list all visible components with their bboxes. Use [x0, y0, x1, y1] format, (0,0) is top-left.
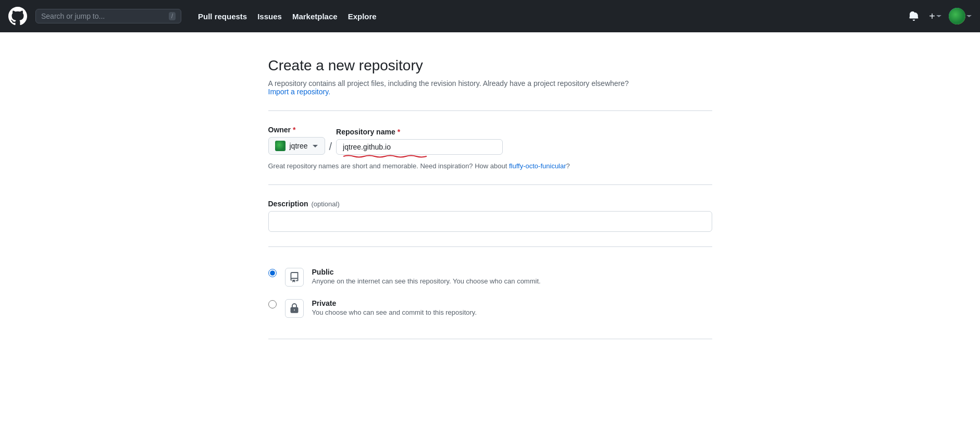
owner-label: Owner * [268, 126, 325, 134]
nav-links: Pull requests Issues Marketplace Explore [194, 9, 381, 24]
owner-repo-group: Owner * jqtree / Repository name * [268, 126, 712, 170]
repo-name-wrapper [336, 139, 503, 155]
visibility-section: Public Anyone on the internet can see th… [268, 262, 712, 324]
private-radio-col [268, 299, 277, 310]
notifications-button[interactable] [906, 8, 922, 24]
divider-3 [268, 246, 712, 247]
owner-dropdown-button[interactable]: jqtree [268, 137, 325, 155]
main-content: Create a new repository A repository con… [256, 32, 725, 395]
search-kbd-shortcut: / [169, 12, 176, 20]
owner-chevron-icon [312, 143, 318, 149]
search-placeholder-text: Search or jump to... [41, 12, 105, 20]
avatar-dropdown-button[interactable] [966, 14, 972, 19]
private-text: Private You choose who can see and commi… [312, 299, 477, 316]
slash-separator: / [329, 141, 332, 155]
description-label: Description (optional) [268, 200, 712, 208]
public-icon [285, 268, 304, 287]
navbar-right: + [906, 7, 972, 26]
divider-2 [268, 184, 712, 185]
search-bar[interactable]: Search or jump to... / [35, 9, 181, 23]
private-option: Private You choose who can see and commi… [268, 293, 712, 324]
github-logo[interactable] [8, 7, 27, 26]
navbar: Search or jump to... / Pull requests Iss… [0, 0, 980, 32]
owner-avatar-icon [275, 141, 286, 151]
owner-value: jqtree [290, 142, 308, 150]
description-group: Description (optional) [268, 200, 712, 232]
private-icon [285, 299, 304, 318]
import-repository-link[interactable]: Import a repository. [268, 88, 331, 96]
page-description: A repository contains all project files,… [268, 79, 712, 96]
description-input[interactable] [268, 211, 712, 232]
public-title: Public [312, 268, 541, 276]
public-text: Public Anyone on the internet can see th… [312, 268, 541, 285]
divider-4 [268, 339, 712, 339]
suggestion-link[interactable]: fluffy-octo-funicular [509, 162, 566, 170]
name-hint: Great repository names are short and mem… [268, 162, 712, 170]
nav-pull-requests[interactable]: Pull requests [194, 9, 251, 24]
owner-required-star: * [293, 126, 295, 134]
private-radio[interactable] [268, 300, 277, 308]
public-radio-col [268, 268, 277, 279]
owner-repo-row: Owner * jqtree / Repository name * [268, 126, 712, 155]
repo-name-input[interactable] [336, 139, 503, 155]
nav-explore[interactable]: Explore [344, 9, 381, 24]
divider-1 [268, 110, 712, 111]
public-description: Anyone on the internet can see this repo… [312, 277, 541, 285]
private-title: Private [312, 299, 477, 307]
new-menu-button[interactable]: + [926, 7, 945, 26]
plus-icon: + [929, 10, 935, 22]
repo-name-squiggle [343, 155, 427, 158]
page-title: Create a new repository [268, 57, 712, 74]
owner-field: Owner * jqtree [268, 126, 325, 155]
private-description: You choose who can see and commit to thi… [312, 308, 477, 316]
repo-name-label: Repository name * [336, 128, 503, 136]
repo-name-required-star: * [398, 128, 400, 136]
public-option: Public Anyone on the internet can see th… [268, 262, 712, 293]
public-radio[interactable] [268, 269, 277, 277]
description-optional: (optional) [312, 200, 340, 208]
nav-issues[interactable]: Issues [253, 9, 286, 24]
repo-name-field: Repository name * [336, 128, 503, 155]
nav-marketplace[interactable]: Marketplace [288, 9, 342, 24]
avatar[interactable] [949, 8, 965, 24]
